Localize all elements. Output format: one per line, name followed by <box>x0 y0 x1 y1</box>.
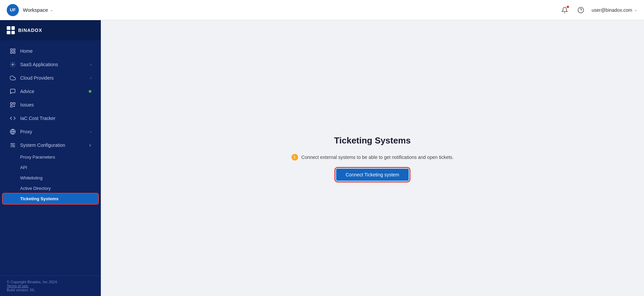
svg-rect-8 <box>13 102 15 104</box>
sidebar-sub-label-api: API <box>20 165 27 170</box>
sidebar-sub-whitelisting[interactable]: Whitelisting <box>3 173 98 183</box>
copyright-text: © Copyright Binadox, Inc 2024. <box>7 280 94 284</box>
logo-text: BINADOX <box>18 28 42 33</box>
advice-icon <box>9 88 16 95</box>
svg-rect-7 <box>10 102 12 104</box>
workspace-label: Workspace <box>23 7 48 13</box>
build-version: Build version: 55. <box>7 288 94 292</box>
page-title: Ticketing Systems <box>334 135 411 146</box>
header-left: UF Workspace ⌄ <box>7 4 53 16</box>
svg-rect-5 <box>13 52 15 53</box>
sidebar: BINADOX Home SaaS <box>0 20 101 296</box>
sidebar-item-cloud[interactable]: Cloud Providers › <box>3 71 98 85</box>
user-menu[interactable]: user@binadox.com ⌄ <box>592 7 637 13</box>
svg-rect-3 <box>13 49 15 50</box>
svg-rect-9 <box>10 105 12 107</box>
notification-button[interactable] <box>559 5 570 15</box>
proxy-icon <box>9 128 16 135</box>
workspace-chevron-icon: ⌄ <box>50 8 53 12</box>
main-content: Ticketing Systems i Connect external sys… <box>101 20 644 296</box>
sidebar-sub-active-directory[interactable]: Active Directory <box>3 183 98 194</box>
sidebar-item-issues[interactable]: Issues <box>3 98 98 112</box>
sidebar-sub-ticketing-systems[interactable]: Ticketing Systems <box>3 194 98 204</box>
info-text: Connect external systems to be able to g… <box>301 155 454 160</box>
user-menu-chevron-icon: ⌄ <box>634 8 637 12</box>
cloud-icon <box>9 75 16 81</box>
main-layout: BINADOX Home SaaS <box>0 20 644 296</box>
issues-icon <box>9 101 16 108</box>
iac-icon <box>9 115 16 122</box>
sidebar-item-saas[interactable]: SaaS Applications › <box>3 58 98 71</box>
sidebar-item-label-proxy: Proxy <box>20 129 86 134</box>
sidebar-item-home[interactable]: Home <box>3 44 98 58</box>
user-email: user@binadox.com <box>592 7 632 13</box>
cloud-chevron-icon: › <box>90 76 91 80</box>
sysconfig-chevron-icon: ∨ <box>89 143 91 147</box>
sidebar-item-iac[interactable]: IaC Cost Tracker <box>3 112 98 125</box>
sidebar-sub-proxy-params[interactable]: Proxy Parameters <box>3 152 98 162</box>
sidebar-nav: Home SaaS Applications › C <box>0 40 101 276</box>
sidebar-item-sysconfig[interactable]: System Configuration ∨ <box>3 138 98 152</box>
proxy-chevron-icon: › <box>90 130 91 134</box>
svg-rect-2 <box>10 49 12 50</box>
sidebar-sub-label-proxy-params: Proxy Parameters <box>20 155 55 160</box>
question-icon <box>577 7 584 13</box>
home-icon <box>9 48 16 54</box>
logo-grid-icon <box>7 26 15 34</box>
saas-icon <box>9 61 16 68</box>
content-area: Ticketing Systems i Connect external sys… <box>101 20 644 296</box>
sidebar-logo: BINADOX <box>0 20 101 40</box>
advice-active-dot <box>89 90 91 93</box>
workspace-name[interactable]: Workspace ⌄ <box>23 7 53 13</box>
connect-ticketing-button[interactable]: Connect Ticketing system <box>336 169 409 181</box>
sidebar-item-label-sysconfig: System Configuration <box>20 142 85 148</box>
sidebar-item-proxy[interactable]: Proxy › <box>3 125 98 138</box>
sidebar-sub-label-whitelisting: Whitelisting <box>20 175 42 180</box>
notification-badge <box>566 5 569 8</box>
svg-point-6 <box>12 64 14 66</box>
sidebar-item-advice[interactable]: Advice <box>3 85 98 98</box>
sidebar-item-label-home: Home <box>20 48 91 54</box>
terms-link[interactable]: Terms of use. <box>7 284 29 288</box>
sidebar-item-label-saas: SaaS Applications <box>20 62 86 67</box>
sidebar-sub-label-active-directory: Active Directory <box>20 186 51 191</box>
sidebar-item-label-iac: IaC Cost Tracker <box>20 116 91 121</box>
workspace-avatar: UF <box>7 4 19 16</box>
sidebar-item-label-cloud: Cloud Providers <box>20 75 86 81</box>
sidebar-item-label-advice: Advice <box>20 89 85 94</box>
header-right: user@binadox.com ⌄ <box>559 5 637 15</box>
sysconfig-icon <box>9 142 16 149</box>
svg-rect-4 <box>10 52 12 53</box>
info-row: i Connect external systems to be able to… <box>291 154 454 161</box>
sidebar-footer: © Copyright Binadox, Inc 2024. Terms of … <box>0 276 101 296</box>
saas-chevron-icon: › <box>90 62 91 67</box>
info-icon: i <box>291 154 298 161</box>
sidebar-sub-label-ticketing-systems: Ticketing Systems <box>20 196 58 201</box>
sidebar-item-label-issues: Issues <box>20 102 91 108</box>
help-button[interactable] <box>575 5 586 15</box>
top-header: UF Workspace ⌄ user@binadox.com ⌄ <box>0 0 644 20</box>
sidebar-sub-api[interactable]: API <box>3 162 98 173</box>
